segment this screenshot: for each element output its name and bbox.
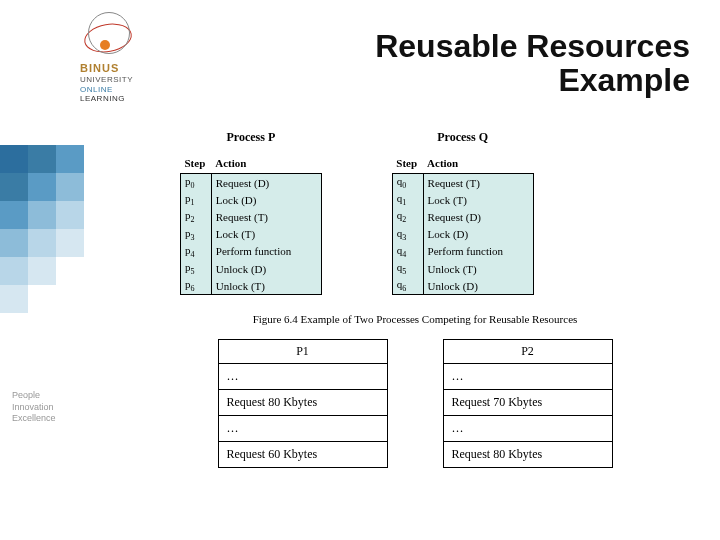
logo-line2: UNIVERSITY	[80, 75, 200, 85]
step-cell: p5	[181, 260, 212, 277]
col-step: Step	[392, 155, 423, 174]
tagline-l1: People	[12, 390, 56, 402]
action-cell: Lock (T)	[211, 226, 321, 243]
action-cell: Request (D)	[423, 208, 533, 225]
p2-header: P2	[443, 340, 612, 364]
action-cell: Request (T)	[423, 174, 533, 192]
action-cell: Lock (D)	[423, 226, 533, 243]
step-cell: p2	[181, 208, 212, 225]
tagline: People Innovation Excellence	[12, 390, 56, 425]
action-cell: Lock (T)	[423, 191, 533, 208]
step-cell: q4	[392, 243, 423, 260]
p1-header: P1	[218, 340, 387, 364]
action-cell: Request (D)	[211, 174, 321, 192]
request-cell: Request 70 Kbytes	[443, 390, 612, 416]
logo-swirl-icon	[80, 10, 140, 60]
step-cell: p0	[181, 174, 212, 192]
process-q-table: Step Action q0Request (T)q1Lock (T)q2Req…	[392, 155, 534, 295]
process-p-block: Process P Step Action p0Request (D)p1Loc…	[180, 130, 322, 295]
action-cell: Unlock (T)	[211, 277, 321, 295]
step-cell: p6	[181, 277, 212, 295]
request-table-p1: P1 …Request 80 Kbytes…Request 60 Kbytes	[218, 339, 388, 468]
action-cell: Perform function	[211, 243, 321, 260]
step-cell: q1	[392, 191, 423, 208]
action-cell: Lock (D)	[211, 191, 321, 208]
col-step: Step	[181, 155, 212, 174]
figure-caption: Figure 6.4 Example of Two Processes Comp…	[150, 313, 680, 325]
request-table-p2: P2 …Request 70 Kbytes…Request 80 Kbytes	[443, 339, 613, 468]
process-q-block: Process Q Step Action q0Request (T)q1Loc…	[392, 130, 534, 295]
process-p-table: Step Action p0Request (D)p1Lock (D)p2Req…	[180, 155, 322, 295]
slide-title: Reusable Resources Example	[375, 30, 690, 97]
logo: BINUS UNIVERSITY ONLINE LEARNING	[80, 10, 200, 104]
tagline-l3: Excellence	[12, 413, 56, 425]
process-q-title: Process Q	[392, 130, 534, 145]
col-action: Action	[423, 155, 533, 174]
step-cell: p3	[181, 226, 212, 243]
step-cell: p4	[181, 243, 212, 260]
step-cell: q0	[392, 174, 423, 192]
side-squares	[0, 145, 90, 313]
request-cell: Request 80 Kbytes	[218, 390, 387, 416]
step-cell: p1	[181, 191, 212, 208]
request-cell: …	[443, 416, 612, 442]
request-cell: Request 60 Kbytes	[218, 442, 387, 468]
step-cell: q6	[392, 277, 423, 295]
request-cell: …	[218, 416, 387, 442]
action-cell: Request (T)	[211, 208, 321, 225]
logo-line1: BINUS	[80, 62, 200, 75]
col-action: Action	[211, 155, 321, 174]
request-cell: …	[443, 364, 612, 390]
action-cell: Unlock (D)	[211, 260, 321, 277]
content-area: Process P Step Action p0Request (D)p1Loc…	[150, 130, 680, 468]
action-cell: Perform function	[423, 243, 533, 260]
request-cell: Request 80 Kbytes	[443, 442, 612, 468]
process-p-title: Process P	[180, 130, 322, 145]
logo-line3: ONLINE	[80, 85, 200, 95]
title-line1: Reusable Resources	[375, 30, 690, 64]
logo-line4: LEARNING	[80, 94, 200, 104]
step-cell: q2	[392, 208, 423, 225]
tagline-l2: Innovation	[12, 402, 56, 414]
action-cell: Unlock (D)	[423, 277, 533, 295]
title-line2: Example	[375, 64, 690, 98]
action-cell: Unlock (T)	[423, 260, 533, 277]
step-cell: q3	[392, 226, 423, 243]
step-cell: q5	[392, 260, 423, 277]
request-cell: …	[218, 364, 387, 390]
